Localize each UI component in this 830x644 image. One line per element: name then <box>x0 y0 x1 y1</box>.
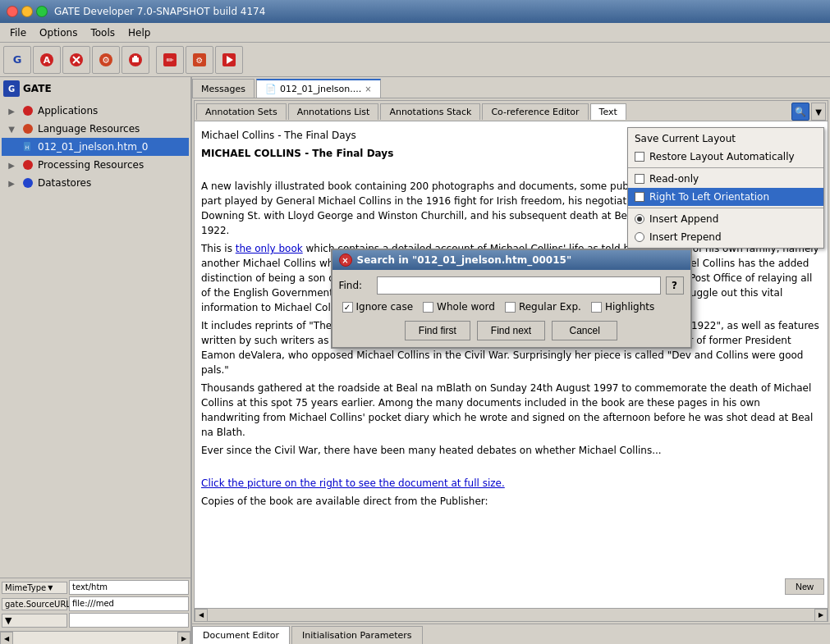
dropdown-btn[interactable]: ▼ <box>811 103 826 121</box>
settings2-btn[interactable]: ⚙ <box>186 46 213 74</box>
new-button[interactable]: New <box>785 578 824 595</box>
insert-append-radio[interactable] <box>635 214 644 224</box>
menu-item-restore-layout[interactable]: Restore Layout Automatically <box>628 148 823 166</box>
ignore-case-item[interactable]: Ignore case <box>342 301 414 313</box>
prop-val-empty <box>69 613 189 628</box>
h-scroll-right[interactable]: ▶ <box>814 609 828 622</box>
deploy-btn[interactable] <box>215 46 243 74</box>
dropdown-menu: Save Current Layout Restore Layout Autom… <box>627 127 824 249</box>
search-icon: 🔍 <box>795 107 806 117</box>
menu-file[interactable]: File <box>3 25 33 40</box>
svg-text:⚙: ⚙ <box>196 56 204 65</box>
delete-btn[interactable] <box>62 46 90 74</box>
svg-text:H: H <box>25 144 30 150</box>
prop-key-mimetype-label: MimeType <box>5 583 46 592</box>
tree-item-datastores[interactable]: ▶ Datastores <box>2 174 189 192</box>
h-scroll[interactable]: ◀ ▶ <box>195 608 828 621</box>
scroll-left-btn[interactable]: ◀ <box>0 632 13 644</box>
tab-init-params[interactable]: Initialisation Parameters <box>291 626 423 644</box>
tree-item-processing-resources[interactable]: ▶ Processing Resources <box>2 156 189 174</box>
ann-tab-list[interactable]: Annotations List <box>288 103 379 120</box>
tab-close-icon[interactable]: × <box>365 84 371 94</box>
ann-tab-coref-label: Co-reference Editor <box>491 107 579 117</box>
tree-content: ▶ Applications ▼ Language Resources H 01 <box>0 100 190 578</box>
restore-layout-checkbox[interactable] <box>635 152 644 162</box>
scroll-track[interactable] <box>13 632 177 644</box>
gate-logo-btn[interactable]: G <box>3 46 31 74</box>
prop-arrow: ▼ <box>48 584 53 591</box>
rtl-checkbox[interactable] <box>635 192 644 202</box>
dialog-title: Search in "012_01_jnelson.htm_00015" <box>357 254 572 266</box>
menu-item-rtl[interactable]: Right To Left Orientation <box>628 188 823 206</box>
prop-val-sourceurl: file:///med <box>69 596 189 611</box>
svg-text:✏: ✏ <box>166 55 174 66</box>
find-next-btn[interactable]: Find next <box>477 321 545 340</box>
menu-item-insert-prepend[interactable]: Insert Prepend <box>628 228 823 246</box>
whole-word-item[interactable]: Whole word <box>423 301 495 313</box>
menu-item-save-layout[interactable]: Save Current Layout <box>628 130 823 148</box>
main-tab-bar: Messages 📄 012_01_jnelson.... × <box>192 77 830 98</box>
cancel-btn[interactable]: Cancel <box>552 321 617 340</box>
edit-btn[interactable]: ✏ <box>156 46 184 74</box>
close-btn[interactable] <box>7 6 18 17</box>
dialog-body: Find: ? Ignore case Whole word <box>332 270 690 347</box>
mimetype-value: text/htm <box>72 582 108 591</box>
tree-item-file[interactable]: H 012_01_jnelson.htm_0 <box>2 138 189 156</box>
regex-checkbox[interactable] <box>505 302 516 313</box>
find-input[interactable] <box>377 276 661 295</box>
min-btn[interactable] <box>21 6 33 17</box>
window-buttons <box>7 6 48 17</box>
right-panel: Messages 📄 012_01_jnelson.... × Annotati… <box>192 77 830 644</box>
menu-item-insert-append[interactable]: Insert Append <box>628 210 823 228</box>
menu-tools[interactable]: Tools <box>84 25 122 40</box>
tab-messages[interactable]: Messages <box>192 79 255 98</box>
ann-tab-list-label: Annotations List <box>297 107 370 117</box>
regex-item[interactable]: Regular Exp. <box>505 301 581 313</box>
whole-word-label: Whole word <box>437 301 495 313</box>
ann-tab-coref[interactable]: Co-reference Editor <box>482 103 588 120</box>
applications-label: Applications <box>38 105 98 116</box>
regex-label: Regular Exp. <box>519 301 581 313</box>
settings-btn[interactable]: ⚙ <box>92 46 120 74</box>
new-app-btn[interactable]: A <box>33 46 61 74</box>
expand-icon-pr: ▶ <box>5 158 18 171</box>
rtl-label: Right To Left Orientation <box>649 191 769 203</box>
ann-tab-text[interactable]: Text <box>590 103 626 120</box>
max-btn[interactable] <box>36 6 48 17</box>
tab-document[interactable]: 📄 012_01_jnelson.... × <box>256 79 381 98</box>
scroll-right-btn[interactable]: ▶ <box>177 632 190 644</box>
ignore-case-checkbox[interactable] <box>342 302 353 313</box>
svg-text:A: A <box>44 55 51 66</box>
apps-icon <box>21 104 34 117</box>
menu-options[interactable]: Options <box>33 25 84 40</box>
help-btn[interactable]: ? <box>666 276 684 295</box>
menu-help[interactable]: Help <box>122 25 157 40</box>
highlights-item[interactable]: Highlights <box>591 301 654 313</box>
find-first-btn[interactable]: Find first <box>405 321 470 340</box>
file-icon: H <box>21 140 34 153</box>
tree-item-applications[interactable]: ▶ Applications <box>2 102 189 120</box>
main-area: G GATE ▶ Applications ▼ Language Resourc… <box>0 77 830 644</box>
ann-tab-sets[interactable]: Annotation Sets <box>196 103 287 120</box>
prop-key-mimetype: MimeType ▼ <box>2 582 67 594</box>
h-scroll-left[interactable]: ◀ <box>195 609 208 622</box>
plugins-btn[interactable] <box>122 46 149 74</box>
whole-word-checkbox[interactable] <box>423 302 433 313</box>
doc-para-4: Ever since the Civil War, there have bee… <box>201 443 821 458</box>
ignore-case-label: Ignore case <box>356 301 414 313</box>
save-layout-label: Save Current Layout <box>635 133 736 144</box>
checkbox-row: Ignore case Whole word Regular Exp. <box>339 301 684 313</box>
ann-tab-stack[interactable]: Annotations Stack <box>380 103 480 120</box>
readonly-checkbox[interactable] <box>635 174 644 184</box>
expand-icon-ds: ▶ <box>5 176 18 190</box>
left-panel: G GATE ▶ Applications ▼ Language Resourc… <box>0 77 192 644</box>
tree-header: G GATE <box>0 77 190 100</box>
tree-item-language-resources[interactable]: ▼ Language Resources <box>2 120 189 138</box>
highlights-checkbox[interactable] <box>591 302 602 313</box>
tab-doc-editor[interactable]: Document Editor <box>192 626 290 644</box>
menu-item-readonly[interactable]: Read-only <box>628 170 823 188</box>
dialog-close-btn[interactable]: × <box>339 253 352 267</box>
insert-prepend-radio[interactable] <box>635 232 644 242</box>
tab-doc-label: 012_01_jnelson.... <box>280 84 361 94</box>
search-icon-btn[interactable]: 🔍 <box>791 103 809 121</box>
